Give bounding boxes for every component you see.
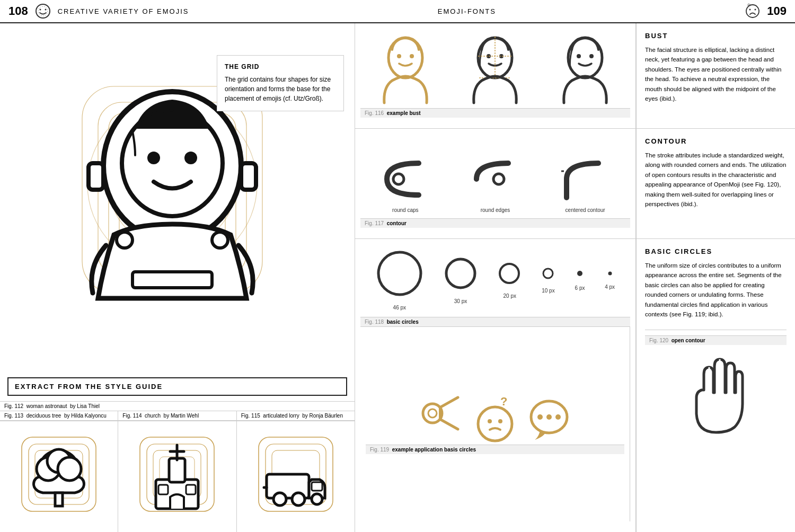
circle-30-svg [444,256,478,291]
circles-fig-bar: Fig. 118 basic circles [360,317,630,326]
svg-point-79 [488,419,492,423]
example-circles-cell: ? [360,327,630,521]
centered-contour-label: centered contour [566,207,605,213]
circles-description: The uniform size of circles contributes … [645,261,787,319]
contour-visuals: round caps round edges [355,129,636,238]
svg-rect-39 [158,485,168,494]
svg-rect-27 [55,493,63,506]
svg-rect-45 [312,482,322,491]
header-left-title: CREATIVE VARIETY OF EMOJIS [58,7,189,15]
round-edges-svg [466,155,524,203]
bust-fig-bar: Fig. 116 example bust [360,108,630,118]
circle-46: 46 px [376,250,423,311]
circle-46-svg [376,250,423,297]
contour-fig-bar: Fig. 117 contour [360,218,630,228]
round-edges-item: round edges [466,155,524,213]
extract-title: EXTRACT FROM THE STYLE GUIDE [15,383,340,391]
svg-point-83 [537,414,543,420]
svg-point-22 [212,232,228,248]
svg-point-46 [273,493,286,506]
round-caps-item: round caps [376,155,435,213]
page-wrapper: 108 CREATIVE VARIETY OF EMOJIS EMOJI-FON… [0,0,795,532]
fig114-caption: Fig. 114 church by Martin Wehl [118,411,236,420]
bust-icon-2 [463,34,527,103]
contour-icons-row: round caps round edges [360,139,630,218]
svg-point-74 [428,409,437,418]
circles-section: 46 px 30 px [355,239,795,532]
svg-point-4 [746,5,759,17]
circles-row: 46 px 30 px [360,250,630,311]
left-panel: THE GRID The grid contains four shapes f… [0,23,355,532]
contour-description: The stroke attributes include a standard… [645,150,787,209]
round-caps-svg [376,155,435,203]
svg-point-5 [749,9,751,11]
peace-sign-svg [682,350,750,435]
circle-10-svg [542,267,555,280]
svg-point-21 [117,232,132,248]
astronaut-area: THE GRID The grid contains four shapes f… [0,23,355,377]
circles-visuals: 46 px 30 px [355,239,636,532]
svg-rect-19 [241,163,256,190]
example-fig-bar: Fig. 119 example application basis circl… [366,445,624,454]
svg-point-78 [478,407,512,441]
main-content: THE GRID The grid contains four shapes f… [0,23,795,532]
church-thumbnail [118,421,236,532]
svg-point-2 [45,9,46,11]
bust-icon-3 [553,34,617,103]
fig-row-2: Fig. 113 deciduous tree by Hilda Kalyonc… [0,411,355,421]
bust-title: BUST [645,32,787,40]
circle-10: 10 px [542,267,555,294]
confused-face-icon: ? [474,395,516,442]
svg-point-84 [546,414,552,420]
bust-text: BUST The facial structure is elliptical,… [636,23,795,128]
grid-annotation-box: THE GRID The grid contains four shapes f… [217,55,344,111]
right-panel: Fig. 116 example bust BUST The facial st… [355,23,795,532]
svg-point-68 [446,259,475,288]
page-number-left: 108 [8,4,28,18]
circle-4-svg [607,270,613,277]
open-contour-area: Fig. 120 open contour [645,330,787,435]
circle-6: 6 px [575,269,585,291]
svg-line-75 [440,397,458,407]
circles-title: BASIC CIRCLES [645,247,787,255]
grid-text: The grid contains four shapes for size o… [225,75,336,103]
svg-point-51 [397,54,401,58]
extract-box: EXTRACT FROM THE STYLE GUIDE [7,377,347,396]
svg-point-48 [312,494,322,504]
fig113-caption: Fig. 113 deciduous tree by Hilda Kalyonc… [0,411,118,420]
svg-point-80 [498,419,502,423]
svg-point-63 [493,174,504,184]
svg-point-72 [608,272,612,276]
grid-title: THE GRID [225,63,336,70]
svg-point-52 [410,54,414,58]
contour-title: CONTOUR [645,137,787,145]
header: 108 CREATIVE VARIETY OF EMOJIS EMOJI-FON… [0,0,795,23]
svg-point-85 [555,414,561,420]
round-caps-label: round caps [392,207,418,213]
truck-svg [256,435,335,519]
bust-description: The facial structure is elliptical, lack… [645,45,787,103]
church-svg [137,435,217,519]
circle-30: 30 px [444,256,478,304]
contour-text: CONTOUR The stroke attributes include a … [636,129,795,238]
svg-rect-36 [169,458,185,482]
svg-point-61 [589,54,594,58]
sad-face-icon [745,3,761,19]
round-edges-label: round edges [481,207,510,213]
svg-point-67 [378,252,421,295]
circle-6-svg [576,269,584,278]
header-left: 108 CREATIVE VARIETY OF EMOJIS [8,3,189,20]
svg-point-30 [58,457,81,481]
circles-text: BASIC CIRCLES The uniform size of circle… [636,239,795,532]
svg-point-70 [543,269,553,278]
page-number-right: 109 [767,4,787,18]
bust-section: Fig. 116 example bust BUST The facial st… [355,23,795,129]
svg-rect-40 [186,485,196,494]
svg-point-6 [755,9,756,11]
svg-point-60 [577,54,581,58]
tree-thumbnail [0,421,118,532]
open-contour-fig-bar: Fig. 120 open contour [645,335,787,345]
truck-thumbnail [237,421,355,532]
svg-rect-18 [89,163,103,190]
example-icons-row: ? [421,395,569,442]
